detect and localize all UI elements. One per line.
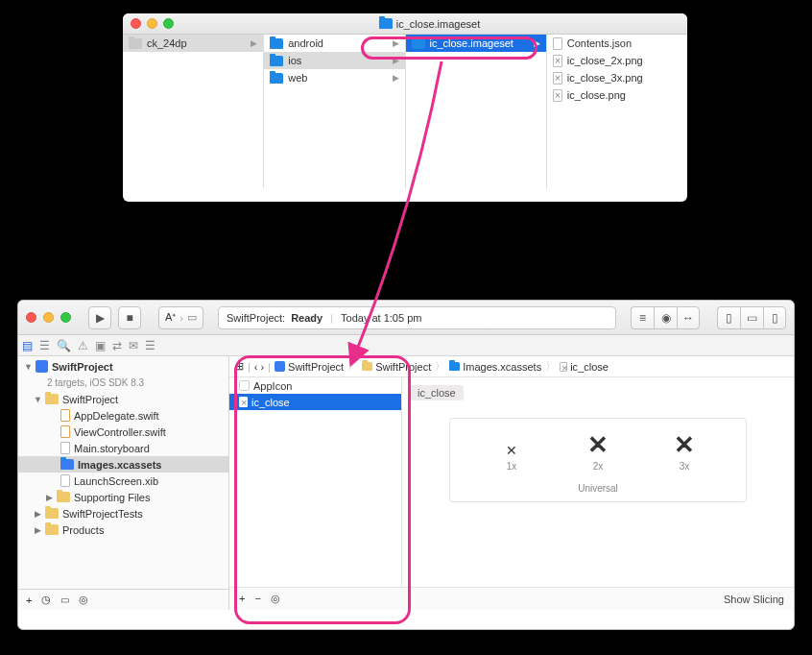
folder-icon bbox=[45, 394, 59, 404]
finder-item[interactable]: ck_24dp ▶ bbox=[123, 35, 263, 52]
disclosure-triangle-icon[interactable]: ▶ bbox=[34, 509, 41, 519]
project-navigator[interactable]: ▼ SwiftProject 2 targets, iOS SDK 8.3 ▼ … bbox=[18, 356, 229, 610]
group-row[interactable]: ▶ Supporting Files bbox=[18, 489, 228, 505]
close-button[interactable] bbox=[131, 18, 141, 29]
finder-columns: ck_24dp ▶ android ▶ ios ▶ web ▶ bbox=[123, 35, 687, 188]
navigator-tabs: ▤ ☰ 🔍 ⚠ ▣ ⇄ ✉ ☰ bbox=[18, 335, 794, 356]
remove-asset-button[interactable]: − bbox=[254, 593, 260, 605]
finder-item[interactable]: web ▶ bbox=[264, 69, 404, 86]
filter-field-icon[interactable]: ◎ bbox=[79, 594, 88, 606]
search-navigator-icon[interactable]: 🔍 bbox=[57, 339, 71, 352]
asset-row[interactable]: AppIcon bbox=[229, 377, 401, 394]
editor-mode-segment[interactable]: ≡ ◉ ↔ bbox=[631, 306, 700, 329]
group-label: Products bbox=[62, 524, 104, 536]
project-navigator-icon[interactable]: ▤ bbox=[22, 339, 33, 352]
issue-navigator-icon[interactable]: ⚠ bbox=[78, 339, 88, 352]
right-panel-toggle[interactable]: ▯ bbox=[763, 306, 786, 329]
group-row[interactable]: ▶ SwiftProjectTests bbox=[18, 505, 228, 522]
jump-bar[interactable]: ⊞ | ‹ › | SwiftProject 〉 SwiftProject 〉 … bbox=[229, 356, 794, 377]
crumb[interactable]: SwiftProject bbox=[375, 361, 431, 373]
project-root[interactable]: ▼ SwiftProject bbox=[18, 358, 228, 375]
debug-navigator-icon[interactable]: ▣ bbox=[95, 339, 106, 352]
log-navigator-icon[interactable]: ☰ bbox=[145, 339, 155, 352]
finder-col-3[interactable]: ic_close.imageset ▶ bbox=[406, 35, 547, 188]
file-row[interactable]: Main.storyboard bbox=[18, 440, 228, 456]
finder-file[interactable]: ic_close_3x.png bbox=[547, 69, 687, 86]
finder-col-2[interactable]: android ▶ ios ▶ web ▶ bbox=[264, 35, 405, 188]
finder-item[interactable]: android ▶ bbox=[264, 35, 404, 52]
idiom-label: Universal bbox=[578, 483, 618, 494]
group-row[interactable]: ▶ Products bbox=[18, 522, 228, 538]
finder-col-1[interactable]: ck_24dp ▶ bbox=[123, 35, 264, 188]
device-icon: ▭ bbox=[187, 311, 197, 324]
breakpoint-navigator-icon[interactable]: ⇄ bbox=[112, 339, 122, 352]
add-button[interactable]: + bbox=[26, 594, 32, 606]
disclosure-triangle-icon[interactable]: ▼ bbox=[24, 362, 32, 372]
zoom-button[interactable] bbox=[163, 18, 174, 29]
file-label: LaunchScreen.xib bbox=[74, 475, 158, 487]
image-slot-1x[interactable]: ✕ 1x bbox=[486, 444, 537, 472]
finder-item-label: ios bbox=[288, 55, 387, 66]
file-row[interactable]: AppDelegate.swift bbox=[18, 407, 228, 424]
forward-button[interactable]: › bbox=[261, 361, 265, 373]
finder-item[interactable]: ios ▶ bbox=[264, 52, 404, 69]
close-button[interactable] bbox=[26, 312, 36, 323]
disclosure-triangle-icon[interactable]: ▶ bbox=[34, 525, 41, 535]
report-navigator-icon[interactable]: ✉ bbox=[129, 339, 138, 352]
finder-file[interactable]: Contents.json bbox=[547, 35, 687, 52]
stop-button[interactable]: ■ bbox=[118, 306, 141, 329]
file-label: AppDelegate.swift bbox=[74, 410, 159, 422]
finder-file[interactable]: ic_close.png bbox=[547, 86, 687, 104]
assistant-editor-button[interactable]: ◉ bbox=[654, 306, 677, 329]
disclosure-triangle-icon[interactable]: ▶ bbox=[45, 493, 53, 502]
crumb[interactable]: ic_close bbox=[570, 361, 609, 373]
bottom-panel-toggle[interactable]: ▭ bbox=[740, 306, 763, 329]
finder-col-4[interactable]: Contents.json ic_close_2x.png ic_close_3… bbox=[547, 35, 687, 188]
image-slot-3x[interactable]: ✕ 3x bbox=[658, 432, 710, 472]
minimize-button[interactable] bbox=[43, 312, 54, 323]
minimize-button[interactable] bbox=[147, 18, 157, 29]
png-file-icon bbox=[553, 55, 562, 67]
show-slicing-button[interactable]: Show Slicing bbox=[724, 594, 784, 605]
left-panel-toggle[interactable]: ▯ bbox=[717, 306, 740, 329]
disclosure-triangle-icon[interactable]: ▼ bbox=[34, 395, 41, 404]
chevron-right-icon: ▶ bbox=[534, 38, 540, 48]
version-editor-button[interactable]: ↔ bbox=[677, 306, 700, 329]
related-items-icon[interactable]: ⊞ bbox=[235, 360, 244, 373]
slot-scale: 2x bbox=[593, 461, 604, 472]
image-slots: ✕ 1x ✕ 2x ✕ 3x Unive bbox=[449, 418, 747, 502]
appicon-icon bbox=[239, 380, 250, 391]
panel-toggle-segment[interactable]: ▯ ▭ ▯ bbox=[717, 306, 786, 329]
activity-status: SwiftProject: Ready | Today at 1:05 pm bbox=[218, 306, 616, 329]
crumb[interactable]: SwiftProject bbox=[288, 361, 344, 373]
back-button[interactable]: ‹ bbox=[254, 361, 258, 373]
file-row[interactable]: LaunchScreen.xib bbox=[18, 473, 228, 489]
xcode-body: ▼ SwiftProject 2 targets, iOS SDK 8.3 ▼ … bbox=[18, 356, 794, 610]
asset-footer: + − ◎ Show Slicing bbox=[229, 587, 794, 610]
filter-recent-icon[interactable]: ◷ bbox=[41, 594, 51, 606]
finder-titlebar[interactable]: ic_close.imageset bbox=[123, 13, 687, 35]
xcode-toolbar: ▶ ■ Aᐩ › ▭ SwiftProject: Ready | Today a… bbox=[18, 301, 794, 335]
symbol-navigator-icon[interactable]: ☰ bbox=[39, 339, 50, 352]
group-row[interactable]: ▼ SwiftProject bbox=[18, 391, 228, 407]
file-row-selected[interactable]: Images.xcassets bbox=[18, 456, 228, 473]
image-slot-2x[interactable]: ✕ 2x bbox=[572, 432, 624, 472]
run-button[interactable]: ▶ bbox=[88, 306, 111, 329]
asset-list[interactable]: AppIcon ic_close bbox=[229, 377, 402, 587]
asset-row-selected[interactable]: ic_close bbox=[229, 394, 401, 410]
crumb[interactable]: Images.xcassets bbox=[463, 361, 541, 373]
standard-editor-button[interactable]: ≡ bbox=[631, 306, 654, 329]
separator: | bbox=[330, 312, 333, 324]
zoom-button[interactable] bbox=[60, 312, 71, 323]
status-time: Today at 1:05 pm bbox=[341, 312, 421, 324]
scheme-selector[interactable]: Aᐩ › ▭ bbox=[158, 306, 203, 329]
group-label: SwiftProjectTests bbox=[62, 508, 143, 520]
finder-file[interactable]: ic_close_2x.png bbox=[547, 52, 687, 69]
finder-item-selected[interactable]: ic_close.imageset ▶ bbox=[406, 35, 546, 52]
finder-item-label: web bbox=[288, 72, 387, 84]
filter-scm-icon[interactable]: ▭ bbox=[60, 594, 69, 605]
add-asset-button[interactable]: + bbox=[239, 593, 245, 605]
xcodeproj-icon bbox=[36, 360, 48, 373]
filter-field-icon[interactable]: ◎ bbox=[271, 593, 280, 605]
file-row[interactable]: ViewController.swift bbox=[18, 424, 228, 440]
